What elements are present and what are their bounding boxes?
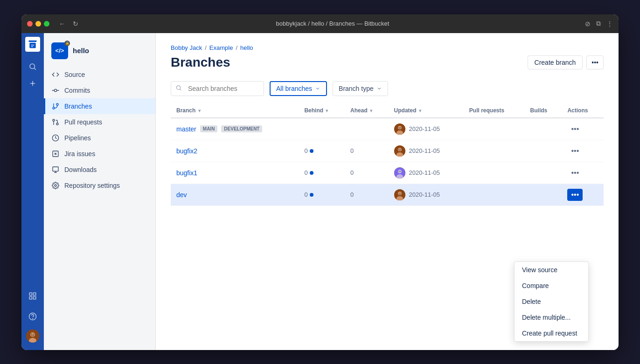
close-button[interactable] bbox=[27, 21, 33, 27]
repo-icon: </> 🔒 bbox=[51, 42, 68, 59]
context-view-source[interactable]: View source bbox=[515, 262, 588, 278]
col-pull-requests: Pull requests bbox=[464, 103, 525, 118]
col-ahead[interactable]: Ahead ▾ bbox=[345, 103, 388, 118]
breadcrumb: Bobby Jack / Example / hello bbox=[171, 44, 604, 51]
table-header: Branch ▾ Behind ▾ Ahead ▾ Updated ▾ Pull… bbox=[171, 103, 604, 118]
breadcrumb-user[interactable]: Bobby Jack bbox=[171, 44, 202, 51]
actions-menu-bugfix1[interactable]: ••• bbox=[567, 167, 583, 179]
actions-cell-dev: ••• bbox=[562, 184, 604, 206]
table-row-dev: dev 0 0 bbox=[171, 184, 604, 206]
bitbucket-logo[interactable] bbox=[25, 37, 40, 52]
all-branches-dropdown[interactable]: All branches bbox=[270, 81, 327, 96]
branch-cell-dev: dev bbox=[171, 184, 299, 206]
svg-rect-27 bbox=[53, 167, 58, 171]
updated-sort-icon: ▾ bbox=[419, 108, 421, 113]
create-branch-button[interactable]: Create branch bbox=[528, 55, 583, 69]
title-bar: ← ↻ bobbykjack / hello / Branches — Bitb… bbox=[21, 14, 619, 33]
svg-point-29 bbox=[176, 85, 180, 89]
sidebar-item-downloads[interactable]: Downloads bbox=[44, 162, 155, 178]
minimize-button[interactable] bbox=[35, 21, 41, 27]
branch-cell-bugfix1: bugfix1 bbox=[171, 162, 299, 184]
breadcrumb-repo[interactable]: hello bbox=[240, 44, 253, 51]
actions-menu-master[interactable]: ••• bbox=[567, 123, 583, 135]
branch-name-dev[interactable]: dev bbox=[176, 191, 187, 199]
updated-cell-master: 2020-11-05 bbox=[389, 118, 464, 140]
svg-point-16 bbox=[54, 89, 56, 91]
context-delete[interactable]: Delete bbox=[515, 294, 588, 309]
refresh-button[interactable]: ↻ bbox=[71, 19, 80, 28]
svg-point-1 bbox=[30, 64, 35, 69]
col-updated[interactable]: Updated ▾ bbox=[389, 103, 464, 118]
branch-sort-icon: ▾ bbox=[198, 108, 201, 113]
sidebar-item-jira[interactable]: Jira issues bbox=[44, 146, 155, 162]
pr-cell-dev bbox=[464, 184, 525, 206]
svg-line-2 bbox=[34, 68, 35, 69]
sidebar-item-commits[interactable]: Commits bbox=[44, 82, 155, 98]
repo-name: hello bbox=[73, 47, 89, 55]
col-branch[interactable]: Branch ▾ bbox=[171, 103, 299, 118]
search-input[interactable] bbox=[171, 81, 264, 96]
behind-cell-bugfix1: 0 bbox=[299, 162, 345, 184]
svg-point-22 bbox=[56, 123, 58, 125]
svg-point-42 bbox=[398, 170, 402, 173]
commits-label: Commits bbox=[64, 87, 90, 94]
sidebar-item-source[interactable]: Source bbox=[44, 67, 155, 82]
behind-dot-dev bbox=[310, 193, 313, 197]
sidebar-item-settings[interactable]: Repository settings bbox=[44, 178, 155, 193]
source-icon bbox=[51, 70, 60, 79]
search-rail-icon[interactable] bbox=[25, 59, 40, 74]
branch-name-master[interactable]: master bbox=[176, 125, 196, 133]
sidebar-item-pull-requests[interactable]: Pull requests bbox=[44, 114, 155, 130]
breadcrumb-workspace[interactable]: Example bbox=[209, 44, 233, 51]
context-create-pr[interactable]: Create pull request bbox=[515, 325, 588, 341]
pr-cell-master bbox=[464, 118, 525, 140]
updated-cell-bugfix2: 2020-11-05 bbox=[389, 140, 464, 162]
svg-line-30 bbox=[180, 89, 181, 90]
actions-menu-bugfix2[interactable]: ••• bbox=[567, 145, 583, 157]
svg-point-14 bbox=[31, 334, 32, 335]
menu-icon[interactable]: ⋮ bbox=[606, 20, 613, 27]
branches-icon bbox=[51, 102, 60, 110]
pr-cell-bugfix2 bbox=[464, 140, 525, 162]
filter-bar: All branches Branch type bbox=[171, 81, 604, 96]
svg-point-40 bbox=[400, 149, 401, 150]
sidebar: </> 🔒 hello Source C bbox=[44, 33, 156, 350]
table-body: master MAIN DEVELOPMENT bbox=[171, 118, 604, 206]
sidebar-item-branches[interactable]: Branches bbox=[44, 98, 155, 114]
branch-cell-master: master MAIN DEVELOPMENT bbox=[171, 118, 299, 140]
svg-point-10 bbox=[33, 318, 33, 319]
ahead-cell-dev: 0 bbox=[345, 184, 388, 206]
settings-label: Repository settings bbox=[64, 182, 120, 189]
ahead-sort-icon: ▾ bbox=[370, 108, 372, 113]
updated-date-bugfix2: 2020-11-05 bbox=[409, 147, 440, 154]
more-actions-button[interactable]: ••• bbox=[586, 55, 604, 69]
svg-rect-7 bbox=[29, 296, 32, 299]
avatar-master bbox=[394, 124, 405, 135]
pr-icon bbox=[51, 118, 60, 126]
branch-name-bugfix1[interactable]: bugfix1 bbox=[176, 169, 197, 177]
updated-date-bugfix1: 2020-11-05 bbox=[409, 169, 440, 176]
actions-menu-dev[interactable]: ••• bbox=[567, 189, 583, 201]
create-rail-icon[interactable] bbox=[25, 76, 40, 91]
sidebar-item-pipelines[interactable]: Pipelines bbox=[44, 130, 155, 146]
help-icon[interactable] bbox=[25, 309, 40, 324]
user-avatar[interactable] bbox=[26, 330, 39, 343]
col-behind[interactable]: Behind ▾ bbox=[299, 103, 345, 118]
grid-icon[interactable] bbox=[25, 288, 40, 303]
ahead-cell-master bbox=[345, 118, 388, 140]
maximize-button[interactable] bbox=[44, 21, 49, 27]
puzzle-icon[interactable]: ⧉ bbox=[596, 20, 601, 27]
camera-icon[interactable]: ⊘ bbox=[585, 20, 591, 27]
context-compare[interactable]: Compare bbox=[515, 278, 588, 294]
svg-point-35 bbox=[400, 127, 401, 128]
context-delete-multiple[interactable]: Delete multiple... bbox=[515, 309, 588, 325]
badge-development: DEVELOPMENT bbox=[221, 125, 262, 132]
table-row: bugfix1 0 0 bbox=[171, 162, 604, 184]
branch-name-bugfix2[interactable]: bugfix2 bbox=[176, 147, 197, 155]
svg-point-34 bbox=[398, 127, 399, 128]
updated-cell-dev: 2020-11-05 bbox=[389, 184, 464, 206]
builds-cell-dev bbox=[525, 184, 562, 206]
back-button[interactable]: ← bbox=[57, 19, 67, 28]
branch-type-dropdown[interactable]: Branch type bbox=[333, 81, 388, 96]
behind-sort-icon: ▾ bbox=[326, 108, 328, 113]
